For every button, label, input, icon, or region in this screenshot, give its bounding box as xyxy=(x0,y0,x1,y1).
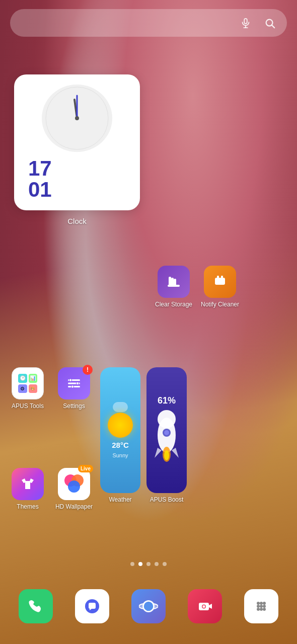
svg-rect-9 xyxy=(169,277,171,286)
svg-point-20 xyxy=(69,379,71,381)
hd-wallpaper-icon[interactable]: Live xyxy=(58,468,90,500)
clock-label: Clock xyxy=(14,217,140,225)
svg-marker-42 xyxy=(209,604,212,609)
page-dot-5[interactable] xyxy=(163,562,167,566)
svg-line-4 xyxy=(272,25,274,28)
settings-badge: ! xyxy=(83,365,93,375)
search-bar[interactable] xyxy=(10,9,287,37)
svg-point-50 xyxy=(263,605,266,608)
svg-point-49 xyxy=(260,605,263,608)
svg-point-44 xyxy=(203,605,205,608)
svg-point-46 xyxy=(260,602,263,605)
svg-point-53 xyxy=(263,608,266,611)
search-icon[interactable] xyxy=(262,15,278,31)
svg-rect-14 xyxy=(217,276,219,279)
hd-wallpaper-label: HD Wallpaper xyxy=(54,503,94,511)
svg-point-52 xyxy=(260,608,263,611)
svg-point-45 xyxy=(257,602,260,605)
svg-rect-0 xyxy=(244,18,247,23)
svg-rect-12 xyxy=(168,285,180,287)
app-row-3: Themes Live HD Wallpaper xyxy=(8,468,94,511)
notify-cleaner-icon[interactable] xyxy=(204,266,236,298)
mic-icon[interactable] xyxy=(238,15,254,31)
svg-marker-30 xyxy=(172,448,179,458)
browser-icon[interactable] xyxy=(131,589,166,623)
apus-boost-wrap[interactable]: 61% APUS Boost xyxy=(146,367,187,504)
dock-phone[interactable] xyxy=(19,589,53,623)
dock-messages[interactable] xyxy=(75,589,109,623)
weather-sun xyxy=(108,413,133,438)
notify-cleaner-label: Notify Cleaner xyxy=(200,301,240,309)
app-themes[interactable]: Themes xyxy=(8,468,48,511)
clear-storage-icon[interactable] xyxy=(158,266,190,298)
dock-app-drawer[interactable] xyxy=(244,589,278,623)
clock-hour: 17 xyxy=(28,158,52,179)
svg-point-51 xyxy=(257,608,260,611)
weather-desc: Sunny xyxy=(112,452,128,458)
svg-point-32 xyxy=(164,450,169,460)
clock-minute: 01 xyxy=(28,179,52,200)
weather-widget-wrap[interactable]: 28°C Sunny Weather xyxy=(100,367,140,504)
dock-camera[interactable] xyxy=(188,589,222,623)
app-clear-storage[interactable]: Clear Storage xyxy=(154,266,194,309)
app-settings[interactable]: ! Settings xyxy=(54,367,94,411)
apus-tools-icon[interactable]: 🕐 📊 ⚙ 🎨 xyxy=(12,367,44,399)
boost-percent: 61% xyxy=(158,395,176,406)
svg-point-35 xyxy=(68,480,80,493)
svg-rect-10 xyxy=(171,278,174,286)
svg-rect-13 xyxy=(215,278,225,285)
app-row-1: Clear Storage Notify Cleaner xyxy=(154,266,240,309)
dock-browser[interactable] xyxy=(131,589,166,623)
clock-widget[interactable]: 17 01 Clock xyxy=(14,74,140,210)
page-dot-3[interactable] xyxy=(146,562,151,566)
svg-point-8 xyxy=(75,116,79,120)
settings-label: Settings xyxy=(54,403,94,411)
svg-point-47 xyxy=(263,602,266,605)
apus-boost-widget[interactable]: 61% xyxy=(146,367,187,493)
page-dot-2[interactable] xyxy=(138,562,142,566)
svg-point-22 xyxy=(77,382,79,384)
page-dot-1[interactable] xyxy=(130,562,134,566)
phone-icon[interactable] xyxy=(19,589,53,623)
bottom-dock xyxy=(8,584,289,629)
svg-point-48 xyxy=(257,605,260,608)
themes-label: Themes xyxy=(8,503,48,511)
page-indicators xyxy=(0,562,297,566)
messages-icon[interactable] xyxy=(75,589,109,623)
svg-rect-15 xyxy=(221,276,223,279)
settings-icon[interactable]: ! xyxy=(58,367,90,399)
app-drawer-icon[interactable] xyxy=(244,589,278,623)
rocket-icon xyxy=(152,410,182,465)
app-notify-cleaner[interactable]: Notify Cleaner xyxy=(200,266,240,309)
weather-label: Weather xyxy=(100,496,140,504)
clock-svg xyxy=(44,86,110,151)
clock-numbers: 17 01 xyxy=(28,158,52,200)
clear-storage-label: Clear Storage xyxy=(154,301,194,309)
app-hd-wallpaper[interactable]: Live HD Wallpaper xyxy=(54,468,94,511)
page-dot-4[interactable] xyxy=(155,562,159,566)
svg-rect-11 xyxy=(174,279,176,286)
clock-face xyxy=(42,85,112,152)
weather-temp: 28°C xyxy=(112,441,129,449)
themes-icon[interactable] xyxy=(12,468,44,500)
weather-widget[interactable]: 28°C Sunny xyxy=(100,367,140,493)
svg-point-24 xyxy=(71,386,73,388)
svg-point-28 xyxy=(164,430,169,435)
apus-boost-label: APUS Boost xyxy=(146,496,187,504)
app-apus-tools[interactable]: 🕐 📊 ⚙ 🎨 APUS Tools xyxy=(8,367,48,411)
svg-marker-29 xyxy=(155,448,162,458)
camera-icon[interactable] xyxy=(188,589,222,623)
apus-tools-label: APUS Tools xyxy=(8,403,48,411)
live-badge: Live xyxy=(78,465,93,472)
svg-point-26 xyxy=(158,410,176,428)
